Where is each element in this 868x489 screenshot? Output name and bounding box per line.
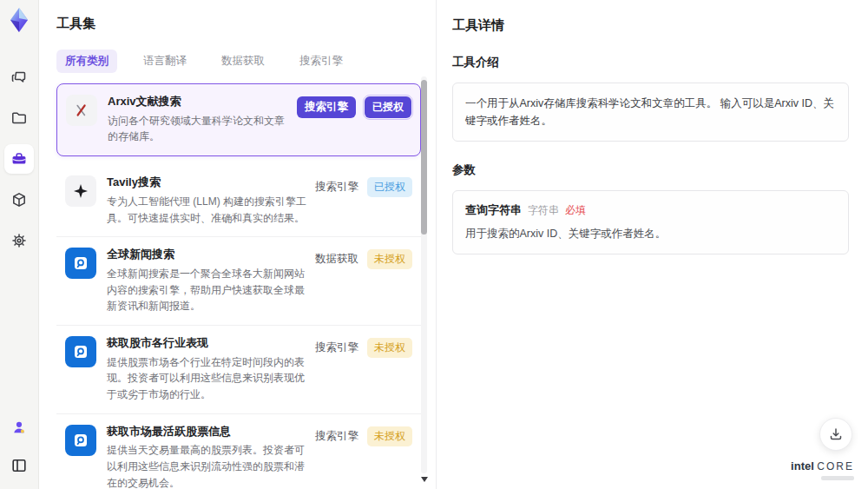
download-icon [828,426,844,442]
auth-badge: 未授权 [367,249,412,269]
param-card: 查询字符串 字符串 必填 用于搜索的Arxiv ID、关键字或作者姓名。 [452,190,849,254]
params-section-label: 参数 [452,162,849,178]
param-description: 用于搜索的Arxiv ID、关键字或作者姓名。 [465,226,836,242]
app-logo-icon[interactable] [6,7,32,33]
tool-name: 全球新闻搜索 [107,248,306,262]
brand-intel: intel [791,459,814,472]
param-type: 字符串 [528,203,559,218]
tool-name: Tavily搜索 [107,175,306,190]
tool-list: Arxiv文献搜索 访问各个研究领域大量科学论文和文章的存储库。 搜索引擎 已授… [56,83,421,489]
tool-tags: 数据获取 未授权 [315,248,412,269]
category-tab[interactable]: 所有类别 [56,50,117,73]
panel-icon [10,457,28,474]
briefcase-icon [10,150,28,168]
tab-label: 数据获取 [221,55,265,67]
tool-info: 全球新闻搜索 全球新闻搜索是一个聚合全球各大新闻网站内容的搜索引擎，帮助用户快速… [107,248,315,314]
auth-badge: 未授权 [367,426,412,446]
category-tab[interactable]: 搜索引擎 [291,50,352,73]
left-rail [0,0,39,489]
sparkle-icon [65,175,96,207]
sidebar-item-tools[interactable] [4,144,34,174]
tool-list-item[interactable]: 获取市场最活跃股票信息 提供当天交易量最高的股票列表。投资者可以利用这些信息来识… [56,414,421,489]
gear-icon [10,232,28,249]
tool-list-pane: 工具集 所有类别 语言翻译 数据获取 搜索引擎 [39,0,436,489]
scrollbar-track[interactable] [421,76,427,473]
collapse-sidebar-button[interactable] [4,451,34,480]
category-tabs: 所有类别 语言翻译 数据获取 搜索引擎 [56,50,436,73]
sidebar-item-chat[interactable] [4,63,34,92]
tab-label: 所有类别 [65,55,108,67]
scroll-down-arrow-icon[interactable] [421,477,428,482]
news-search-icon [65,425,96,456]
tool-name: 获取市场最活跃股票信息 [107,425,306,439]
tool-description: 提供当天交易量最高的股票列表。投资者可以利用这些信息来识别流动性强的股票和潜在的… [107,442,306,489]
sidebar-item-settings[interactable] [4,226,34,255]
arxiv-icon [66,95,97,126]
scrollbar-thumb[interactable] [421,80,427,235]
brand-core: CORE [817,460,854,472]
tool-tags: 搜索引擎 未授权 [315,425,412,446]
news-search-icon [65,336,96,367]
tab-label: 语言翻译 [143,55,187,67]
folder-icon [10,109,28,127]
tool-description: 专为人工智能代理 (LLM) 构建的搜索引擎工具。可快速提供实时、准确和真实的结… [107,194,306,226]
category-tag: 搜索引擎 [315,180,358,195]
tool-detail-pane: 工具详情 工具介绍 一个用于从Arxiv存储库搜索科学论文和文章的工具。 输入可… [436,0,868,489]
tool-description: 提供股票市场各个行业在特定时间段内的表现。投资者可以利用这些信息来识别表现优于或… [107,354,306,403]
avatar-icon [10,419,28,436]
intel-core-logo: intel CORE [791,460,854,480]
param-name: 查询字符串 [465,202,522,218]
intro-section-label: 工具介绍 [452,55,849,70]
tool-list-item[interactable]: 全球新闻搜索 全球新闻搜索是一个聚合全球各大新闻网站内容的搜索引擎，帮助用户快速… [56,237,421,326]
category-tag: 搜索引擎 [297,96,356,118]
sidebar-item-files[interactable] [4,103,34,133]
tool-list-item[interactable]: Arxiv文献搜索 访问各个研究领域大量科学论文和文章的存储库。 搜索引擎 已授… [56,83,421,156]
category-tag: 搜索引擎 [315,340,358,355]
tool-name: Arxiv文献搜索 [108,95,288,109]
auth-badge: 已授权 [365,96,411,118]
tool-list-item[interactable]: Tavily搜索 专为人工智能代理 (LLM) 构建的搜索引擎工具。可快速提供实… [56,165,421,237]
tool-tags: 搜索引擎 已授权 [315,175,412,197]
param-list: 查询字符串 字符串 必填 用于搜索的Arxiv ID、关键字或作者姓名。 [452,190,849,254]
app-window: 工具集 所有类别 语言翻译 数据获取 搜索引擎 [0,0,868,489]
chat-icon [10,69,28,86]
tab-label: 搜索引擎 [299,55,343,67]
news-search-icon [65,248,96,279]
detail-title: 工具详情 [452,17,849,34]
sidebar-item-packages[interactable] [4,185,34,215]
tool-info: 获取市场最活跃股票信息 提供当天交易量最高的股票列表。投资者可以利用这些信息来识… [107,425,315,489]
tool-info: Arxiv文献搜索 访问各个研究领域大量科学论文和文章的存储库。 [108,95,297,145]
tool-description: 全球新闻搜索是一个聚合全球各大新闻网站内容的搜索引擎，帮助用户快速获取全球最新资… [107,266,306,314]
auth-badge: 未授权 [367,338,412,358]
page-title: 工具集 [56,16,436,32]
download-button[interactable] [819,418,852,451]
user-avatar[interactable] [4,413,34,442]
tool-name: 获取股市各行业表现 [107,336,306,351]
auth-badge: 已授权 [367,177,412,197]
brand-subline [821,476,854,480]
param-header: 查询字符串 字符串 必填 [465,202,836,218]
tool-description: 访问各个研究领域大量科学论文和文章的存储库。 [108,113,288,145]
category-tag: 数据获取 [315,252,358,267]
tool-info: Tavily搜索 专为人工智能代理 (LLM) 构建的搜索引擎工具。可快速提供实… [107,175,315,226]
category-tab[interactable]: 数据获取 [213,50,273,73]
category-tag: 搜索引擎 [315,429,358,444]
category-tab[interactable]: 语言翻译 [135,50,195,73]
tool-intro-text: 一个用于从Arxiv存储库搜索科学论文和文章的工具。 输入可以是Arxiv ID… [452,83,849,142]
tool-tags: 搜索引擎 已授权 [297,95,411,118]
cube-icon [10,191,28,208]
tool-tags: 搜索引擎 未授权 [315,336,412,358]
tool-list-item[interactable]: 获取股市各行业表现 提供股票市场各个行业在特定时间段内的表现。投资者可以利用这些… [56,326,421,414]
tool-info: 获取股市各行业表现 提供股票市场各个行业在特定时间段内的表现。投资者可以利用这些… [107,336,315,403]
param-required-badge: 必填 [565,203,586,218]
